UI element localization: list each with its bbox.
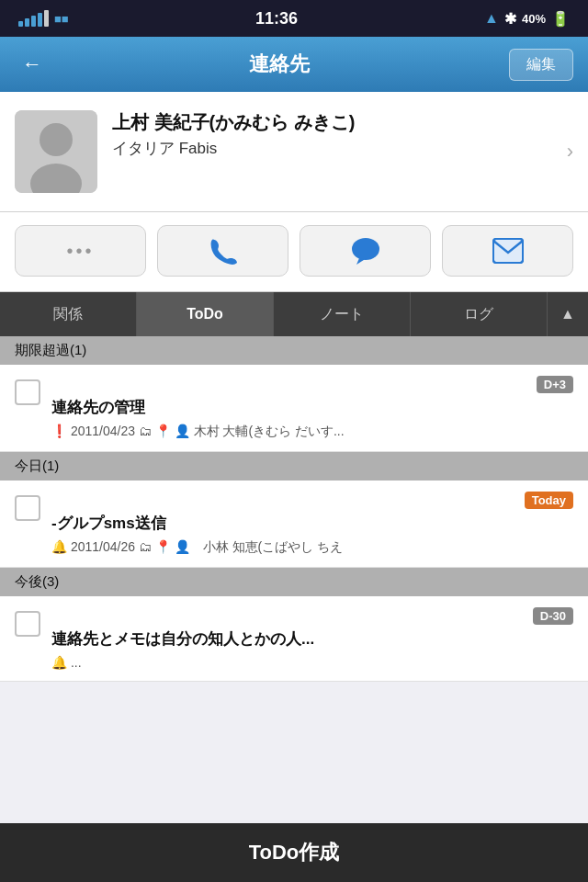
tab-todo[interactable]: ToDo (137, 292, 274, 336)
create-todo-label: ToDo作成 (249, 839, 340, 866)
tab-kankei-label: 関係 (53, 305, 83, 324)
svg-point-3 (352, 238, 379, 260)
contact-header: 上村 美紀子(かみむら みきこ) イタリア Fabis › (0, 92, 588, 212)
mail-icon (492, 238, 524, 264)
contact-company: イタリア Fabis (112, 138, 552, 159)
bluetooth-icon: ✱ (504, 10, 516, 28)
avatar (15, 110, 97, 193)
svg-rect-6 (493, 239, 523, 263)
collapse-icon: ▲ (560, 306, 575, 322)
carrier-label: ■■ (54, 12, 69, 26)
more-button[interactable]: ••• (15, 225, 146, 277)
nav-bar: ← 連絡先 編集 (0, 37, 588, 92)
todo-title-3: 連絡先とメモは自分の知人とかの人... (51, 628, 573, 650)
tab-note[interactable]: ノート (274, 292, 411, 336)
mail-button[interactable] (442, 225, 573, 277)
location-icon: ▲ (484, 10, 499, 27)
todo-item-2: Today -グルプsms送信 🔔 2011/04/26 🗂 📍 👤 小林 知恵… (0, 481, 588, 568)
todo-badge-2: Today (525, 492, 573, 509)
todo-checkbox-2[interactable] (15, 495, 40, 521)
phone-icon (209, 236, 238, 266)
svg-point-1 (40, 123, 73, 156)
todo-checkbox-1[interactable] (15, 379, 40, 405)
contact-detail-arrow[interactable]: › (567, 140, 573, 164)
action-buttons: ••• (0, 212, 588, 292)
todo-detail-2: 🔔 2011/04/26 🗂 📍 👤 小林 知恵(こばやし ちえ (51, 539, 573, 556)
phone-button[interactable] (157, 225, 288, 277)
tab-todo-label: ToDo (187, 306, 223, 322)
todo-title-2: -グルプsms送信 (51, 513, 573, 534)
contact-name: 上村 美紀子(かみむら みきこ) (112, 110, 552, 134)
section-overdue-label: 期限超過(1) (15, 342, 86, 357)
tab-note-label: ノート (320, 305, 364, 324)
status-right: ▲ ✱ 40% 🔋 (484, 10, 570, 28)
more-icon: ••• (66, 241, 94, 262)
status-left: ■■ (18, 10, 69, 27)
todo-item-1: D+3 連絡先の管理 ❗ 2011/04/23 🗂 📍 👤 木村 大輔(きむら … (0, 365, 588, 452)
tab-log-label: ログ (464, 305, 493, 324)
todo-badge-1: D+3 (537, 376, 573, 393)
nav-title: 連絡先 (249, 51, 310, 78)
contact-info: 上村 美紀子(かみむら みきこ) イタリア Fabis (112, 110, 552, 159)
chat-button[interactable] (300, 225, 431, 277)
todo-content-1: D+3 連絡先の管理 ❗ 2011/04/23 🗂 📍 👤 木村 大輔(きむら … (51, 376, 573, 440)
section-future-label: 今後(3) (15, 573, 59, 589)
tabs-container: 関係 ToDo ノート ログ ▲ (0, 292, 588, 336)
section-today-label: 今日(1) (15, 458, 59, 473)
todo-item-3: D-30 連絡先とメモは自分の知人とかの人... 🔔 ... (0, 596, 588, 682)
svg-marker-4 (356, 258, 367, 265)
todo-content-3: D-30 連絡先とメモは自分の知人とかの人... 🔔 ... (51, 607, 573, 670)
todo-detail-1: ❗ 2011/04/23 🗂 📍 👤 木村 大輔(きむら だいす... (51, 424, 573, 440)
battery-percent: 40% (522, 12, 546, 26)
section-header-future: 今後(3) (0, 568, 588, 596)
tab-log[interactable]: ログ (411, 292, 548, 336)
collapse-button[interactable]: ▲ (548, 292, 588, 336)
status-bar: ■■ 11:36 ▲ ✱ 40% 🔋 (0, 0, 588, 37)
status-time: 11:36 (255, 9, 298, 28)
create-todo-button[interactable]: ToDo作成 (0, 823, 588, 882)
edit-button[interactable]: 編集 (509, 49, 573, 81)
signal-bars (18, 10, 49, 27)
todo-detail-3: 🔔 ... (51, 655, 573, 670)
todo-content-2: Today -グルプsms送信 🔔 2011/04/26 🗂 📍 👤 小林 知恵… (51, 492, 573, 556)
todo-title-1: 連絡先の管理 (51, 397, 573, 418)
tab-kankei[interactable]: 関係 (0, 292, 137, 336)
todo-badge-3: D-30 (533, 607, 573, 625)
section-header-overdue: 期限超過(1) (0, 336, 588, 365)
back-button[interactable]: ← (15, 45, 50, 84)
section-header-today: 今日(1) (0, 452, 588, 481)
todo-checkbox-3[interactable] (15, 611, 40, 637)
chat-icon (350, 236, 381, 266)
battery-icon: 🔋 (551, 10, 570, 28)
